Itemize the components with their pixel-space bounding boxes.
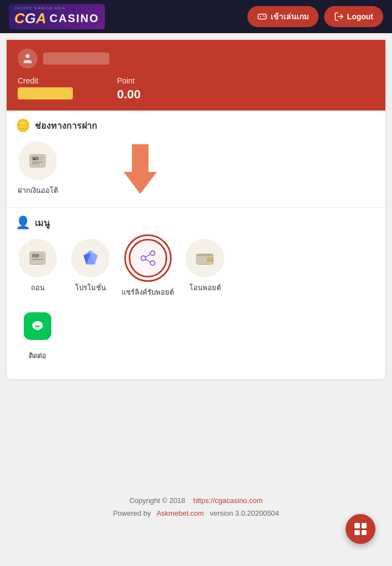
version-text: version 3.0.20200504 (210, 509, 279, 517)
point-stat: Point 0.00 (117, 76, 141, 102)
deposit-atm-item[interactable]: ฝากเงินออโต้ (15, 142, 60, 196)
arrow-annotation (113, 142, 168, 196)
logo-box: CASINO GAMING ASIA C G A CASINO (9, 4, 105, 29)
menu-title: 👤 เมนู (15, 216, 377, 230)
promotion-label: โปรโมชั่น (75, 282, 106, 294)
svg-rect-17 (40, 254, 43, 255)
withdraw-icon (27, 248, 48, 269)
play-button[interactable]: เข้าเล่นเกม (247, 6, 319, 27)
point-value: 0.00 (117, 87, 141, 102)
deposit-atm-label: ฝากเงินออโต้ (18, 185, 58, 196)
fab-dot-3 (354, 530, 360, 536)
website-link[interactable]: https://cgacasino.com (193, 496, 263, 505)
svg-rect-0 (258, 14, 266, 19)
avatar-icon (22, 53, 34, 65)
share-link-wrapper (129, 239, 167, 277)
logo-c: C (14, 10, 25, 27)
share-link-item[interactable]: แชร์ลิงค์รับพอยต์ (121, 239, 174, 298)
point-label: Point (117, 76, 141, 85)
credit-value-bar (18, 87, 73, 99)
deposit-atm-circle (18, 142, 57, 180)
logout-button[interactable]: Logout (324, 6, 383, 27)
user-stats: Credit Point 0.00 (18, 76, 374, 102)
credit-label: Credit (18, 76, 73, 85)
menu-grid: ถอน โปรโมชั่น (15, 239, 377, 307)
menu-title-text: เมนู (35, 216, 50, 230)
fab-dot-4 (362, 530, 367, 536)
svg-line-27 (145, 254, 151, 257)
footer-space (0, 386, 392, 485)
svg-rect-9 (40, 156, 43, 158)
svg-rect-13 (33, 158, 35, 160)
svg-rect-11 (32, 161, 43, 163)
share-circle (129, 239, 167, 277)
gamepad-icon (257, 12, 267, 22)
promotion-circle (71, 239, 110, 277)
svg-point-31 (209, 259, 211, 261)
line-app-icon (29, 317, 46, 335)
share-icon (138, 248, 158, 268)
user-info-row (18, 49, 374, 69)
logo-a: A (36, 10, 46, 27)
svg-rect-10 (40, 159, 43, 160)
copyright-line: Copyright © 2018 https://cgacasino.com (9, 494, 383, 507)
svg-rect-16 (32, 254, 39, 257)
withdraw-item[interactable]: ถอน (15, 239, 60, 298)
svg-rect-12 (32, 163, 39, 164)
logo-subtitle: CASINO GAMING ASIA (14, 6, 66, 10)
atm-icon (27, 150, 48, 171)
svg-point-3 (263, 15, 264, 17)
main-card: Credit Point 0.00 🪙 ช่องทางการฝาก (7, 40, 385, 379)
contact-label: ติดต่อ (29, 350, 46, 361)
arrow-down-svg (118, 144, 162, 194)
coin-icon: 🪙 (15, 118, 30, 133)
withdraw-label: ถอน (31, 282, 45, 294)
header-buttons: เข้าเล่นเกม Logout (247, 6, 383, 27)
contact-circle (18, 307, 57, 345)
powered-by-text: Powered by (113, 509, 151, 517)
onpoint-label: โอนพอยต์ (189, 282, 221, 294)
copyright-text: Copyright © 2018 (129, 496, 185, 505)
share-label: แชร์ลิงค์รับพอยต์ (121, 286, 174, 298)
svg-point-25 (141, 256, 145, 260)
svg-line-28 (145, 259, 151, 262)
user-avatar (18, 49, 38, 69)
footer: Copyright © 2018 https://cgacasino.com P… (0, 485, 392, 529)
fab-dot-1 (354, 523, 360, 528)
menu-grid-row2: ติดต่อ (15, 307, 377, 370)
diamond-icon (80, 248, 101, 269)
onpoint-circle (186, 239, 224, 277)
svg-rect-15 (30, 252, 45, 265)
svg-point-26 (150, 261, 155, 265)
svg-point-6 (25, 54, 29, 58)
credit-stat: Credit (18, 76, 73, 102)
logo-area: CASINO GAMING ASIA C G A CASINO (9, 4, 105, 29)
logo-g: G (25, 10, 36, 27)
username-bar (43, 53, 109, 65)
fab-dot-2 (362, 523, 367, 528)
deposit-grid: ฝากเงินออโต้ (15, 142, 377, 205)
header: CASINO GAMING ASIA C G A CASINO เข้าเล่น… (0, 0, 392, 33)
svg-marker-14 (124, 144, 157, 194)
logout-icon (334, 12, 344, 22)
powered-line: Powered by Askmebet.com version 3.0.2020… (9, 507, 383, 520)
grid-icon (354, 523, 367, 535)
menu-section: 👤 เมนู ถอน (7, 208, 385, 379)
deposit-section: 🪙 ช่องทางการฝาก ฝากเงินออโต้ (7, 111, 385, 208)
contact-item[interactable]: ติดต่อ (15, 307, 60, 361)
person-icon: 👤 (15, 216, 30, 230)
user-card: Credit Point 0.00 (7, 40, 385, 111)
promotion-item[interactable]: โปรโมชั่น (68, 239, 113, 298)
wallet-icon (194, 248, 215, 269)
svg-rect-18 (40, 256, 43, 258)
powered-link[interactable]: Askmebet.com (156, 509, 204, 517)
deposit-title-text: ช่องทางการฝาก (35, 119, 97, 133)
onpoint-item[interactable]: โอนพอยต์ (183, 239, 227, 298)
withdraw-circle (18, 239, 57, 277)
svg-rect-7 (30, 155, 45, 167)
svg-point-4 (263, 16, 264, 17)
svg-rect-19 (32, 259, 43, 260)
line-icon (24, 312, 51, 340)
svg-point-24 (150, 251, 155, 255)
fab-button[interactable] (346, 514, 375, 544)
